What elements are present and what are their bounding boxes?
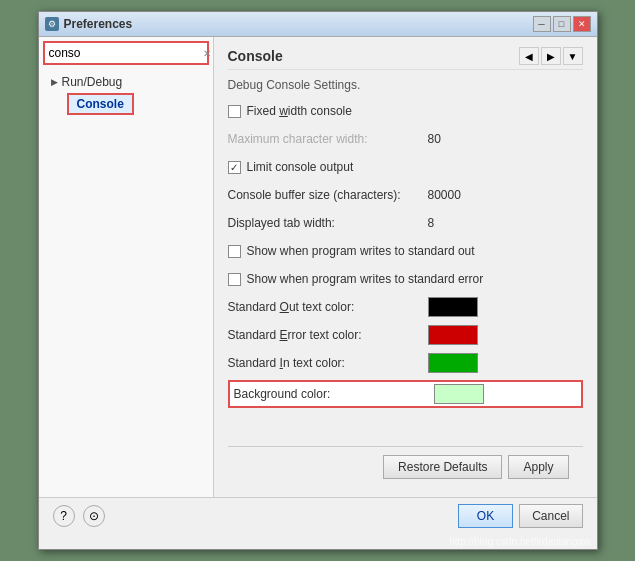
setting-max-char: Maximum character width: 80: [228, 128, 583, 150]
panel-header: Console ◀ ▶ ▼: [228, 47, 583, 70]
sidebar: ✕ ▶ Run/Debug Console: [39, 37, 214, 497]
nav-forward-button[interactable]: ▶: [541, 47, 561, 65]
apply-button[interactable]: Apply: [508, 455, 568, 479]
show-stdout-label: Show when program writes to standard out: [247, 244, 475, 258]
tree-item-run-debug[interactable]: ▶ Run/Debug Console: [43, 71, 209, 117]
setting-fixed-width: Fixed width console: [228, 100, 583, 122]
window-title: Preferences: [64, 17, 133, 31]
fixed-width-label: Fixed width console: [247, 104, 447, 118]
setting-bg-color: Background color:: [228, 380, 583, 408]
panel-title: Console: [228, 48, 283, 64]
settings-area: Debug Console Settings. Fixed width cons…: [228, 78, 583, 446]
restore-defaults-button[interactable]: Restore Defaults: [383, 455, 502, 479]
stderr-color-label: Standard Error text color:: [228, 328, 428, 342]
stdout-color-button[interactable]: [428, 297, 478, 317]
bottom-bar: Restore Defaults Apply: [228, 446, 583, 487]
main-panel: Console ◀ ▶ ▼ Debug Console Settings. Fi…: [214, 37, 597, 497]
setting-stderr-color: Standard Error text color:: [228, 324, 583, 346]
bg-color-label: Background color:: [234, 387, 434, 401]
tab-width-label: Displayed tab width:: [228, 216, 428, 230]
stdin-color-label: Standard In text color:: [228, 356, 428, 370]
setting-limit-output: ✓ Limit console output: [228, 156, 583, 178]
stdin-color-button[interactable]: [428, 353, 478, 373]
search-clear-icon[interactable]: ✕: [203, 45, 211, 61]
setting-show-stdout: Show when program writes to standard out: [228, 240, 583, 262]
buffer-size-value: 80000: [428, 188, 461, 202]
setting-stdout-color: Standard Out text color:: [228, 296, 583, 318]
setting-stdin-color: Standard In text color:: [228, 352, 583, 374]
footer-left: ? ⊙: [53, 505, 105, 527]
close-button[interactable]: ✕: [573, 16, 591, 32]
nav-dropdown-button[interactable]: ▼: [563, 47, 583, 65]
tree-arrow-icon: ▶: [51, 77, 58, 87]
watermark: http://blog.csdn.net/lrdaqiangaw: [39, 534, 597, 549]
info-button[interactable]: ⊙: [83, 505, 105, 527]
max-char-label: Maximum character width:: [228, 132, 428, 146]
panel-description: Debug Console Settings.: [228, 78, 583, 92]
limit-output-label: Limit console output: [247, 160, 447, 174]
stdout-color-label: Standard Out text color:: [228, 300, 428, 314]
cancel-button[interactable]: Cancel: [519, 504, 582, 528]
footer-right: OK Cancel: [458, 504, 583, 528]
tree-parent-label: Run/Debug: [62, 75, 123, 89]
limit-output-checkbox[interactable]: ✓: [228, 161, 241, 174]
tab-width-value: 8: [428, 216, 435, 230]
window-icon: ⚙: [45, 17, 59, 31]
preferences-window: ⚙ Preferences ─ □ ✕ ✕ ▶ Run/Debug Consol…: [38, 11, 598, 550]
minimize-button[interactable]: ─: [533, 16, 551, 32]
setting-tab-width: Displayed tab width: 8: [228, 212, 583, 234]
titlebar-buttons: ─ □ ✕: [533, 16, 591, 32]
bg-color-button[interactable]: [434, 384, 484, 404]
max-char-value: 80: [428, 132, 441, 146]
help-button[interactable]: ?: [53, 505, 75, 527]
console-tree-button[interactable]: Console: [67, 93, 134, 115]
stderr-color-button[interactable]: [428, 325, 478, 345]
show-stderr-label: Show when program writes to standard err…: [247, 272, 484, 286]
nav-back-button[interactable]: ◀: [519, 47, 539, 65]
show-stderr-checkbox[interactable]: [228, 273, 241, 286]
maximize-button[interactable]: □: [553, 16, 571, 32]
show-stdout-checkbox[interactable]: [228, 245, 241, 258]
tree-child-console[interactable]: Console: [67, 93, 205, 115]
titlebar: ⚙ Preferences ─ □ ✕: [39, 12, 597, 37]
tree-parent-row[interactable]: ▶ Run/Debug: [47, 73, 205, 91]
buffer-size-label: Console buffer size (characters):: [228, 188, 428, 202]
search-box[interactable]: ✕: [43, 41, 209, 65]
fixed-width-checkbox[interactable]: [228, 105, 241, 118]
search-input[interactable]: [45, 43, 203, 63]
dialog-footer: ? ⊙ OK Cancel: [39, 497, 597, 534]
titlebar-left: ⚙ Preferences: [45, 17, 133, 31]
nav-buttons: ◀ ▶ ▼: [519, 47, 583, 65]
main-content: ✕ ▶ Run/Debug Console Console ◀ ▶ ▼: [39, 37, 597, 497]
setting-show-stderr: Show when program writes to standard err…: [228, 268, 583, 290]
ok-button[interactable]: OK: [458, 504, 513, 528]
setting-buffer-size: Console buffer size (characters): 80000: [228, 184, 583, 206]
